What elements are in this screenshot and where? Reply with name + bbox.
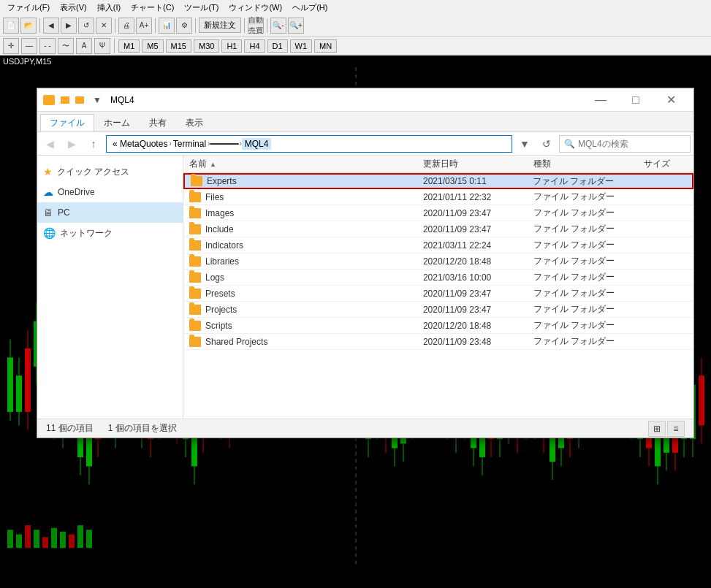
file-row-files[interactable]: Files 2021/01/11 22:32 ファイル フォルダー — [183, 189, 693, 205]
toolbar-refresh[interactable]: ↺ — [78, 18, 94, 34]
address-path[interactable]: « MetaQuotes › Terminal › › MQL4 — [106, 135, 512, 153]
svg-rect-138 — [69, 535, 75, 549]
toolbar-new-order[interactable]: 新規注文 — [199, 18, 241, 33]
nav-pc[interactable]: 🖥 PC — [37, 202, 183, 223]
svg-rect-135 — [42, 537, 48, 548]
fib-btn[interactable]: Ψ — [94, 38, 110, 54]
close-button[interactable]: ✕ — [654, 88, 688, 112]
menu-window[interactable]: ウィンドウ(W) — [224, 1, 286, 15]
file-type-include: ファイル フォルダー — [528, 223, 638, 235]
w1-btn[interactable]: W1 — [290, 39, 313, 53]
file-date-shared-projects: 2020/11/09 23:48 — [417, 337, 528, 347]
toolbar-indicator[interactable]: 📊 — [159, 18, 175, 34]
file-row-logs[interactable]: Logs 2021/03/16 10:00 ファイル フォルダー — [183, 270, 693, 286]
address-bar: ◀ ▶ ↑ « MetaQuotes › Terminal › › MQL4 ▼… — [37, 132, 693, 156]
path-part-mql4: MQL4 — [242, 138, 272, 150]
wave-btn[interactable]: 〜 — [58, 38, 74, 54]
refresh-button[interactable]: ↺ — [537, 135, 556, 153]
menu-file[interactable]: ファイル(F) — [3, 1, 54, 15]
svg-rect-131 — [7, 530, 13, 548]
sort-arrow: ▲ — [210, 161, 216, 168]
toolbar-settings[interactable]: ⚙ — [176, 18, 192, 34]
status-selected: 1 個の項目を選択 — [108, 422, 177, 435]
menu-view[interactable]: 表示(V) — [56, 1, 91, 15]
tab-home[interactable]: ホーム — [94, 114, 140, 131]
menu-insert[interactable]: 挿入(I) — [93, 1, 125, 15]
tab-file[interactable]: ファイル — [40, 114, 94, 131]
file-row-include[interactable]: Include 2020/11/09 23:47 ファイル フォルダー — [183, 221, 693, 237]
file-row-shared-projects[interactable]: Shared Projects 2020/11/09 23:48 ファイル フォ… — [183, 334, 693, 350]
col-header-type[interactable]: 種類 — [528, 158, 638, 170]
toolbar-print[interactable]: 🖨 — [118, 18, 134, 34]
col-header-name[interactable]: 名前 ▲ — [183, 158, 417, 170]
file-type-images: ファイル フォルダー — [528, 207, 638, 219]
nav-pc-label: PC — [58, 207, 70, 218]
m1-btn[interactable]: M1 — [118, 39, 140, 53]
file-row-projects[interactable]: Projects 2020/11/09 23:47 ファイル フォルダー — [183, 302, 693, 318]
menu-help[interactable]: ヘルプ(H) — [288, 1, 332, 15]
explorer-window: ▼ MQL4 — □ ✕ ファイル ホーム 共有 表示 ◀ ▶ ↑ « Meta… — [37, 88, 694, 438]
toolbar-stop[interactable]: ✕ — [96, 18, 112, 34]
dash-btn[interactable]: - - — [39, 38, 56, 54]
toolbar-zoom-in[interactable]: A+ — [136, 18, 152, 34]
toolbar-zoom-out[interactable]: 🔍- — [270, 18, 286, 34]
explorer-content: ★ クイック アクセス ☁ OneDrive 🖥 PC 🌐 ネットワーク 名前 — [37, 156, 693, 419]
view-details-button[interactable]: ≡ — [667, 421, 685, 437]
nav-quick-access[interactable]: ★ クイック アクセス — [37, 161, 183, 182]
file-row-images[interactable]: Images 2020/11/09 23:47 ファイル フォルダー — [183, 205, 693, 221]
toolbar-sep-5 — [244, 18, 245, 33]
window-icon-small2 — [75, 96, 84, 104]
search-input[interactable] — [578, 139, 688, 149]
left-nav: ★ クイック アクセス ☁ OneDrive 🖥 PC 🌐 ネットワーク — [37, 156, 183, 419]
toolbar-back[interactable]: ◀ — [43, 18, 59, 34]
h1-btn[interactable]: H1 — [221, 39, 242, 53]
h4-btn[interactable]: H4 — [244, 39, 265, 53]
tab-share[interactable]: 共有 — [140, 114, 176, 131]
toolbar-forward[interactable]: ▶ — [61, 18, 77, 34]
mn-btn[interactable]: MN — [314, 39, 337, 53]
search-icon: 🔍 — [564, 139, 575, 149]
file-name-libraries: Libraries — [205, 256, 239, 267]
minimize-button[interactable]: — — [584, 88, 617, 112]
crosshair-btn[interactable]: ✛ — [3, 38, 19, 54]
window-folder-icon — [43, 95, 55, 105]
file-date-projects: 2020/11/09 23:47 — [417, 305, 528, 315]
tab-view[interactable]: 表示 — [176, 114, 213, 131]
toolbar-new[interactable]: 📄 — [3, 18, 19, 34]
file-type-libraries: ファイル フォルダー — [528, 255, 638, 267]
m15-btn[interactable]: M15 — [166, 39, 191, 53]
m30-btn[interactable]: M30 — [194, 39, 219, 53]
file-type-logs: ファイル フォルダー — [528, 271, 638, 283]
file-row-scripts[interactable]: Scripts 2020/12/20 18:48 ファイル フォルダー — [183, 318, 693, 334]
view-icons-button[interactable]: ⊞ — [648, 421, 666, 437]
back-button[interactable]: ◀ — [40, 135, 59, 153]
file-type-shared-projects: ファイル フォルダー — [528, 335, 638, 348]
up-button[interactable]: ↑ — [84, 135, 103, 153]
m5-btn[interactable]: M5 — [142, 39, 163, 53]
forward-button[interactable]: ▶ — [62, 135, 81, 153]
file-row-libraries[interactable]: Libraries 2020/12/20 18:48 ファイル フォルダー — [183, 253, 693, 270]
file-row-presets[interactable]: Presets 2020/11/09 23:47 ファイル フォルダー — [183, 286, 693, 302]
col-header-date[interactable]: 更新日時 — [417, 158, 528, 170]
menu-tools[interactable]: ツール(T) — [180, 1, 223, 15]
d1-btn[interactable]: D1 — [267, 39, 288, 53]
maximize-button[interactable]: □ — [619, 88, 653, 112]
col-header-size[interactable]: サイズ — [638, 158, 693, 170]
file-row-indicators[interactable]: Indicators 2021/03/11 22:24 ファイル フォルダー — [183, 237, 693, 253]
toolbar-zoom[interactable]: 🔍+ — [288, 18, 304, 34]
ribbon-tabs: ファイル ホーム 共有 表示 — [37, 112, 693, 132]
file-date-logs: 2021/03/16 10:00 — [417, 272, 528, 283]
window-title-text: MQL4 — [110, 95, 134, 105]
folder-icon-images — [189, 208, 201, 218]
toolbar-auto-trade[interactable]: 自動売買 — [248, 18, 264, 34]
menu-chart[interactable]: チャート(C) — [126, 1, 178, 15]
line-btn[interactable]: — — [21, 38, 37, 54]
text-btn[interactable]: A — [76, 38, 92, 54]
nav-onedrive[interactable]: ☁ OneDrive — [37, 182, 183, 202]
folder-icon-logs — [189, 272, 201, 283]
nav-network[interactable]: 🌐 ネットワーク — [37, 223, 183, 243]
file-row-experts[interactable]: Experts 2021/03/15 0:11 ファイル フォルダー — [183, 173, 693, 189]
path-dropdown-button[interactable]: ▼ — [515, 135, 534, 153]
toolbar-open[interactable]: 📂 — [20, 18, 37, 34]
file-type-scripts: ファイル フォルダー — [528, 319, 638, 332]
